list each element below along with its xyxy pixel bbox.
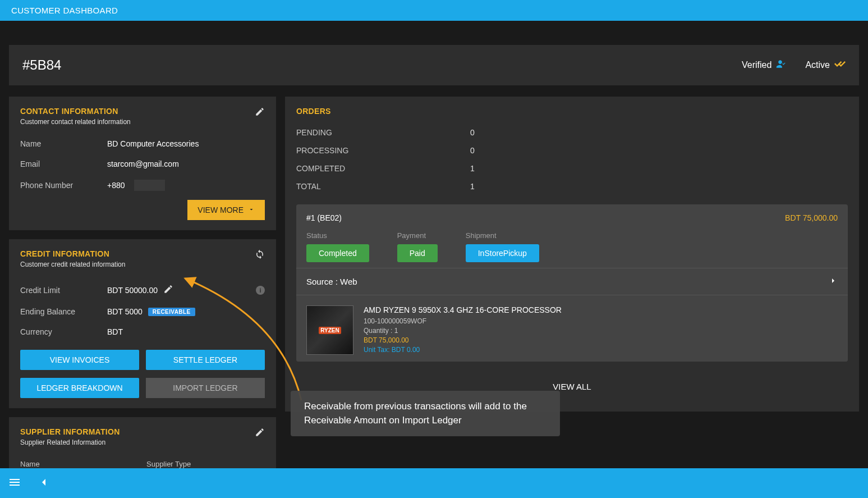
orders-title: ORDERS [296,107,848,116]
shipment-label: Shipment [466,231,539,240]
supplier-subtitle: Supplier Related Information [20,438,120,446]
product-price: BDT 75,000.00 [364,336,562,344]
refresh-credit-button[interactable] [255,249,265,259]
customer-id: #5B84 [22,57,61,73]
receivable-badge: RECEIVABLE [148,308,195,316]
product-qty: Quantity : 1 [364,327,562,335]
import-ledger-button[interactable]: IMPORT LEDGER [146,378,265,398]
product-sku: 100-100000059WOF [364,317,562,325]
user-check-icon [776,58,787,72]
status-chip: Completed [306,244,369,262]
credit-subtitle: Customer credit related information [20,261,125,268]
product-image [306,305,353,355]
phone-label: Phone Number [20,181,107,190]
contact-subtitle: Customer contact related information [20,118,131,126]
menu-button[interactable] [8,476,21,491]
name-value: BD Computer Accessories [107,139,199,148]
supplier-info-card: SUPPLIER INFORMATION Supplier Related In… [9,417,276,468]
phone-value: +880 [107,180,165,191]
page-title: CUSTOMER DASHBOARD [11,6,118,15]
customer-header-card: #5B84 Verified Active [9,45,859,85]
credit-limit-value: BDT 50000.00 [107,284,173,296]
order-amount: BDT 75,000.00 [785,213,838,222]
phone-masked-area [134,180,166,191]
payment-chip: Paid [397,244,438,262]
shipment-chip: InStorePickup [466,244,539,262]
product-tax: Unit Tax: BDT 0.00 [364,346,562,354]
email-label: Email [20,159,107,168]
info-icon[interactable]: i [256,286,265,295]
status-label: Status [306,231,369,240]
settle-ledger-button[interactable]: SETTLE LEDGER [146,350,265,370]
contact-title: CONTACT INFORMATION [20,107,131,116]
ending-balance-label: Ending Balance [20,307,107,316]
chevron-right-icon [829,276,838,287]
ending-balance-value: BDT 5000 RECEIVABLE [107,307,195,316]
chevron-down-icon [248,205,255,214]
customer-status-group: Verified Active [742,58,846,72]
name-label: Name [20,139,107,148]
currency-label: Currency [20,327,107,336]
supplier-col-name: Name [20,460,146,468]
order-detail-card: #1 (BE02) BDT 75,000.00 Status Completed… [296,204,848,362]
status-active: Active [805,58,846,72]
product-name: AMD RYZEN 9 5950X 3.4 GHZ 16-CORE PROCES… [364,305,562,314]
back-button[interactable] [37,476,50,491]
edit-credit-limit-button[interactable] [163,284,173,296]
contact-info-card: CONTACT INFORMATION Customer contact rel… [9,97,276,230]
orders-processing-row: PROCESSING 0 [296,141,848,159]
credit-info-card: CREDIT INFORMATION Customer credit relat… [9,239,276,408]
supplier-title: SUPPLIER INFORMATION [20,427,120,436]
status-verified: Verified [742,58,787,72]
credit-limit-label: Credit Limit [20,286,107,295]
double-check-icon [834,58,846,72]
order-product-row: AMD RYZEN 9 5950X 3.4 GHZ 16-CORE PROCES… [296,295,848,362]
orders-card: ORDERS PENDING 0 PROCESSING 0 COMPLETED … [285,97,859,412]
view-invoices-button[interactable]: VIEW INVOICES [20,350,139,370]
credit-title: CREDIT INFORMATION [20,249,125,258]
supplier-col-type: Supplier Type [146,460,191,468]
orders-total-row: TOTAL 1 [296,177,848,195]
orders-pending-row: PENDING 0 [296,124,848,141]
edit-contact-button[interactable] [255,107,265,117]
orders-completed-row: COMPLETED 1 [296,159,848,177]
ledger-breakdown-button[interactable]: LEDGER BREAKDOWN [20,378,139,398]
view-more-button[interactable]: VIEW MORE [187,200,265,220]
bottom-bar [0,468,868,498]
order-source-row[interactable]: Source : Web [296,268,848,295]
edit-supplier-button[interactable] [255,427,265,437]
email-value: starcom@gmail.com [107,159,179,168]
annotation-tooltip: Receivable from previous transactions wi… [291,391,560,436]
payment-label: Payment [397,231,438,240]
currency-value: BDT [107,327,123,336]
order-source: Source : Web [306,277,357,286]
order-id: #1 (BE02) [306,213,342,222]
top-bar: CUSTOMER DASHBOARD [0,0,868,21]
